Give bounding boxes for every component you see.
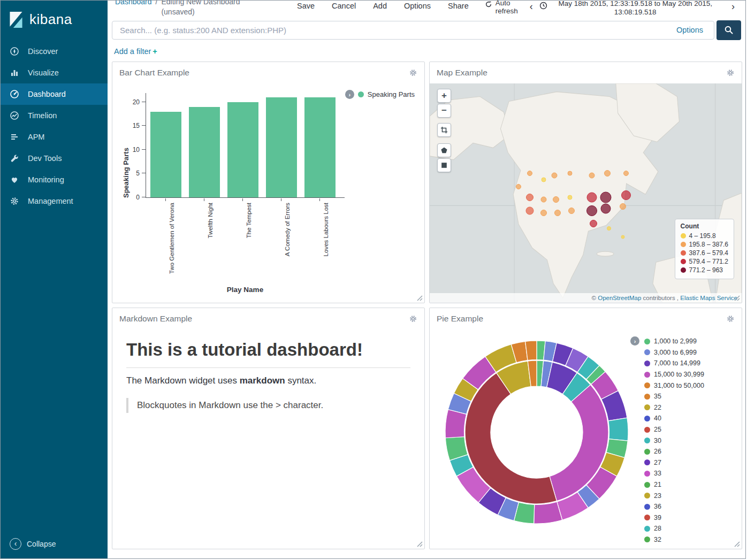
map-marker[interactable] [540,210,547,216]
x-axis-title: Play Name [146,286,345,294]
panel-options-gear-icon[interactable] [726,68,735,77]
panel-options-gear-icon[interactable] [409,314,417,323]
map-marker[interactable] [586,205,597,216]
map-legend-label: 4 – 195.8 [689,232,716,240]
map-rectangle-tool-button[interactable] [437,158,451,172]
map-marker[interactable] [568,195,573,200]
map-marker[interactable] [568,208,575,214]
pie-legend-item[interactable]: 39 [644,512,735,524]
sidebar-item-dashboard[interactable]: Dashboard [1,83,108,105]
map-marker[interactable] [600,192,612,203]
map-marker[interactable] [541,178,546,182]
map-marker[interactable] [554,210,561,216]
resize-handle[interactable] [416,295,423,301]
pie-legend-item[interactable]: 28 [644,523,735,534]
pie-legend-item[interactable]: 35 [644,391,735,402]
pie-segment[interactable] [525,341,537,360]
map-legend-item: 771.2 – 963 [681,266,728,274]
pie-legend-item[interactable]: 25 [644,424,735,435]
map-marker[interactable] [604,170,611,177]
legend-expand-icon[interactable]: › [630,336,639,346]
sidebar-item-management[interactable]: Management [1,190,108,212]
pie-legend-item[interactable]: 3,000 to 6,999 [644,347,735,358]
openstreetmap-link[interactable]: OpenStreetMap [598,295,641,301]
elastic-maps-service-link[interactable]: Elastic Maps Service [680,295,737,301]
map-crop-tool-button[interactable] [437,123,451,137]
pie-legend-item[interactable]: 36 [644,501,735,512]
map-marker[interactable] [590,220,597,227]
pie-segment[interactable] [534,502,562,524]
pie-legend-item[interactable]: 1,000 to 2,999 [644,336,735,347]
sidebar-item-dev-tools[interactable]: Dev Tools [1,148,108,169]
map-marker[interactable] [607,226,611,231]
resize-handle[interactable] [734,295,740,301]
map-marker[interactable] [527,171,532,176]
map-marker[interactable] [553,196,559,203]
map-marker[interactable] [526,194,533,201]
map-marker[interactable] [540,197,546,203]
map-marker[interactable] [621,235,625,239]
map-marker[interactable] [589,173,595,179]
breadcrumb-dashboard-link[interactable]: Dashboard [115,1,152,17]
add-filter-link[interactable]: Add a filter+ [114,47,157,56]
resize-handle[interactable] [416,541,423,547]
bar-a-comedy-of-errors[interactable] [266,97,297,197]
panel-options-gear-icon[interactable] [409,68,417,77]
pie-legend-item[interactable]: 30 [644,435,735,446]
map-marker[interactable] [623,171,629,176]
sidebar-item-apm[interactable]: APM [1,126,108,148]
pie-legend-item[interactable]: 23 [644,490,735,501]
pie-legend-item[interactable]: 26 [644,446,735,457]
pie-legend-item[interactable]: 27 [644,457,735,469]
topnav-add-button[interactable]: Add [364,1,395,11]
map-marker[interactable] [568,171,573,176]
search-options-link[interactable]: Options [672,26,707,34]
pie-legend-item[interactable]: 33 [644,468,735,479]
time-forward-arrow[interactable]: › [725,1,741,12]
topnav-share-button[interactable]: Share [439,1,477,11]
bar-the-tempest[interactable] [227,102,258,197]
time-range-picker[interactable]: May 18th 2015, 12:33:19.518 to May 20th … [539,1,719,17]
topnav-cancel-button[interactable]: Cancel [323,1,364,11]
map-zoom-out-button[interactable]: − [437,104,451,118]
pie-legend-item[interactable]: 22 [644,402,735,413]
auto-refresh-button[interactable]: Auto refresh [485,1,523,15]
map-marker[interactable] [620,203,626,210]
bar-two-gentlemen-of-verona[interactable] [150,112,181,197]
collapse-button[interactable]: ‹ Collapse [1,531,108,558]
map-legend-label: 579.4 – 771.2 [689,257,728,266]
map-marker[interactable] [525,206,533,214]
topnav-save-button[interactable]: Save [288,1,323,11]
map-marker[interactable] [516,184,521,189]
topnav-options-button[interactable]: Options [395,1,439,11]
legend-color-dot [644,404,650,410]
map-polygon-tool-button[interactable] [437,143,451,157]
pie-legend-item[interactable]: 7,000 to 14,999 [644,358,735,369]
panel-options-gear-icon[interactable] [726,314,735,323]
sidebar-item-visualize[interactable]: Visualize [1,62,108,83]
map-marker[interactable] [587,193,597,203]
resize-handle[interactable] [734,541,740,547]
map-marker[interactable] [552,173,558,179]
sidebar-item-monitoring[interactable]: Monitoring [1,169,108,190]
pie-legend-item[interactable]: 32 [644,534,735,546]
pie-legend-item[interactable]: 15,000 to 30,999 [644,369,735,380]
pie-segment[interactable] [445,409,467,438]
sidebar-item-discover[interactable]: Discover [1,41,108,62]
main-content: Dashboard / Editing New Dashboard (unsav… [108,1,745,558]
map-marker[interactable] [621,190,631,200]
map-marker[interactable] [601,203,611,213]
search-input[interactable] [119,25,672,35]
search-button[interactable] [716,20,741,40]
bar-loves-labours-lost[interactable] [304,97,336,197]
pie-legend-item[interactable]: 21 [644,479,735,490]
map-canvas[interactable]: + − Count 4 – 195.8195.8 – 387.6387.6 – … [430,83,742,303]
pie-legend-item[interactable]: 40 [644,413,735,424]
time-back-arrow[interactable]: ‹ [523,1,539,12]
pie-legend-item[interactable]: 31,000 to 50,000 [644,380,735,391]
pie-segment[interactable] [608,418,628,441]
map-zoom-in-button[interactable]: + [437,89,451,103]
kibana-logo[interactable]: kibana [1,1,108,41]
bar-twelfth-night[interactable] [189,107,220,197]
sidebar-item-timelion[interactable]: Timelion [1,105,108,126]
